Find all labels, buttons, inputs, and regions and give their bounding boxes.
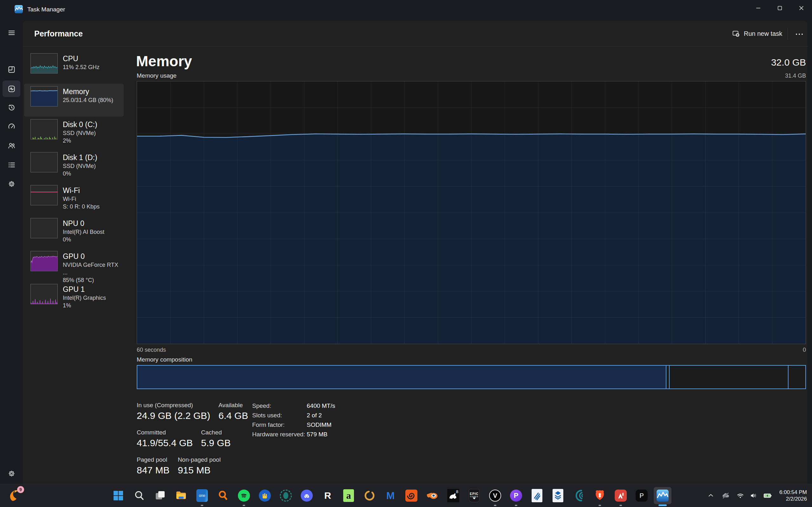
m-app-button[interactable]: M [380,484,401,507]
taskbar: 9 [0,484,812,507]
memory-usage-max: 31.4 GB [785,72,806,79]
x-axis-left-label: 60 seconds [137,347,166,353]
composition-segment-in-use [137,366,666,389]
toolbar-divider [788,28,788,40]
file-explorer-icon [175,490,187,502]
info-hardware-reserved: Hardware reserved:579 MB [252,431,335,438]
perf-item-cpu[interactable]: CPU11% 2.52 GHz [24,51,124,83]
wifi-tray-button[interactable] [734,488,747,503]
discord-button[interactable] [296,484,317,507]
onedrive-tray-button[interactable] [718,488,734,503]
sidebar-item-services[interactable] [3,176,20,192]
weave-app-icon [531,489,542,502]
swirl-app-icon [405,490,417,502]
hamburger-icon [8,29,15,37]
p-purple-icon: P [510,490,522,502]
run-new-task-button[interactable]: Run new task [729,26,785,41]
widgets-button[interactable]: 9 [8,487,28,504]
run-new-task-icon [732,30,740,38]
perf-item-memory[interactable]: Memory25.0/31.4 GB (80%) [24,83,124,117]
sidebar-item-users[interactable] [3,137,20,154]
brave-button[interactable] [589,484,610,507]
volume-tray-button[interactable] [747,488,760,503]
m-app-icon: M [384,489,397,502]
p-purple-app-button[interactable]: P [506,484,526,507]
r-app-icon: R [321,489,334,502]
composition-segment-standby [670,366,789,389]
windows-start-icon [113,490,124,501]
weave-app-button[interactable] [526,484,548,507]
perf-item-npu0[interactable]: NPU 0Intel(R) AI Boost0% [24,216,124,248]
perf-item-wifi[interactable]: Wi-FiWi-FiS: 0 R: 0 Kbps [24,182,124,216]
task-view-icon [154,490,166,501]
spotify-button[interactable] [234,484,254,507]
settings-button[interactable] [3,465,20,482]
taskbar-search-button[interactable] [129,484,150,507]
perf-item-disk1[interactable]: Disk 1 (D:)SSD (NVMe)0% [24,150,124,182]
stat-available: Available6.4 GB [218,402,248,421]
red-app-button[interactable] [610,484,631,507]
memory-usage-graph [137,81,806,344]
tray-chevron-button[interactable] [704,488,718,503]
performance-icon [8,85,15,93]
discord-icon [301,490,313,502]
sidebar-item-startup-apps[interactable] [3,118,20,135]
orange-search-app-button[interactable] [212,484,234,507]
memory-composition-label: Memory composition [137,356,192,363]
perf-item-disk0[interactable]: Disk 0 (C:)SSD (NVMe)2% [24,117,124,150]
p-black-app-button[interactable]: P [631,484,652,507]
onenote-button[interactable]: one [192,484,212,507]
start-button[interactable] [108,484,129,507]
clock[interactable]: 6:00:54 PM 2/2/2026 [779,489,812,502]
swirl-app-button[interactable] [401,484,422,507]
epic-games-button[interactable]: EPIC GAMES [464,484,485,507]
perf-item-gpu1[interactable]: GPU 1Intel(R) Graphics1% [24,281,124,314]
hand-app-button[interactable] [254,484,275,507]
disk1-thumbnail [31,152,58,172]
rhino-button[interactable]: 8 [443,484,464,507]
memory-usage-label: Memory usage [137,72,177,79]
taskbar-apps: one [108,484,673,507]
speaker-icon [750,492,757,499]
sidebar-item-performance[interactable] [3,80,20,97]
file-explorer-button[interactable] [171,484,192,507]
close-button[interactable] [791,0,812,16]
sidebar-item-processes[interactable] [3,61,20,78]
memory-pane-title: Memory [136,53,192,70]
sidebar-item-app-history[interactable] [3,99,20,116]
menu-button[interactable] [3,24,20,41]
details-list-icon [8,161,15,169]
brave-icon [594,489,606,502]
ring-app-button[interactable] [359,484,380,507]
minimize-button[interactable] [747,0,769,16]
more-options-icon [796,34,797,35]
task-manager-taskbar-button[interactable] [652,484,673,507]
maximize-button[interactable] [769,0,791,16]
speedometer-icon [8,123,15,130]
battery-charging-icon [763,492,772,500]
blender-button[interactable] [422,484,443,507]
v-app-button[interactable]: V [485,484,506,507]
chevron-up-icon [707,492,714,499]
r-app-button[interactable]: R [317,484,338,507]
perf-item-gpu0[interactable]: GPU 0NVIDIA GeForce RTX ...85% (58 °C) [24,248,124,281]
composition-segment-free [789,366,805,389]
a-app-button[interactable]: a [338,484,359,507]
sidebar-item-details[interactable] [3,157,20,173]
onenote-icon: one [196,489,208,502]
gpu1-thumbnail [31,284,58,304]
tray-date: 2/2/2026 [779,496,807,502]
teal-ring-app-button[interactable] [275,484,296,507]
wave-app-button[interactable] [568,484,589,507]
titlebar: Task Manager [0,0,812,18]
chevron-stack-app-button[interactable] [548,484,568,507]
chevron-stack-icon [553,489,563,502]
task-view-button[interactable] [150,484,171,507]
task-manager-icon [657,490,669,502]
more-options-button[interactable] [792,31,806,38]
memory-hardware-info: Speed:6400 MT/s Slots used:2 of 2 Form f… [252,402,335,438]
task-manager-app-icon [14,5,23,13]
search-icon [134,490,145,501]
battery-tray-button[interactable] [760,488,775,503]
navigation-rail [0,18,23,484]
